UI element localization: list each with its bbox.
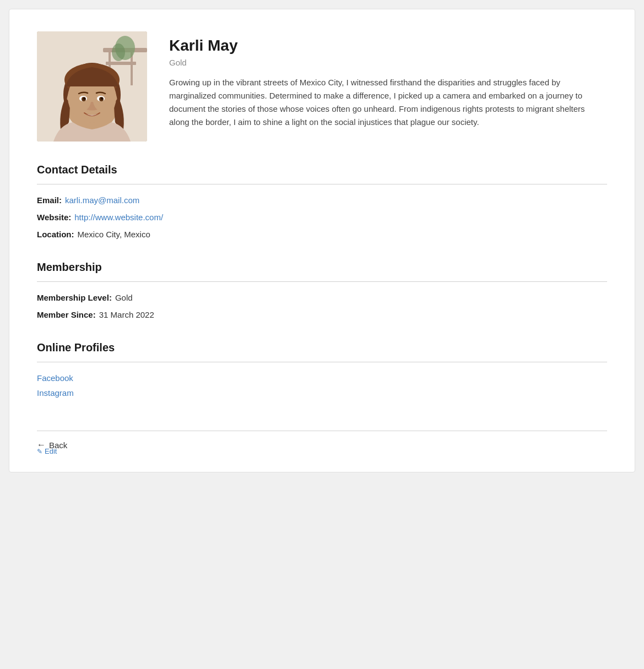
website-label: Website:	[37, 213, 71, 222]
profile-header: Karli May Gold Growing up in the vibrant…	[37, 31, 607, 142]
svg-point-20	[101, 97, 103, 100]
membership-section: Membership Membership Level: Gold Member…	[37, 261, 607, 319]
online-profiles-list: FacebookInstagram	[37, 373, 607, 398]
membership-level-label: Membership Level:	[37, 293, 112, 302]
member-since-label: Member Since:	[37, 310, 96, 319]
online-profiles-divider	[37, 362, 607, 362]
edit-label: Edit	[45, 447, 57, 455]
location-label: Location:	[37, 230, 74, 239]
contact-section: Contact Details Email: karli.may@mail.co…	[37, 164, 607, 239]
website-link[interactable]: http://www.website.com/	[74, 213, 163, 222]
profile-bio: Growing up in the vibrant streets of Mex…	[169, 76, 607, 129]
membership-divider	[37, 281, 607, 282]
email-label: Email:	[37, 195, 62, 205]
edit-link[interactable]: ✎ Edit	[37, 447, 57, 455]
online-profiles-title: Online Profiles	[37, 341, 607, 354]
website-row: Website: http://www.website.com/	[37, 213, 607, 222]
online-profile-link[interactable]: Facebook	[37, 373, 607, 383]
membership-level-value: Gold	[115, 293, 133, 302]
profile-name: Karli May	[169, 37, 607, 55]
membership-section-title: Membership	[37, 261, 607, 274]
profile-info: Karli May Gold Growing up in the vibrant…	[169, 31, 607, 129]
svg-rect-5	[106, 62, 136, 65]
membership-level-row: Membership Level: Gold	[37, 293, 607, 302]
location-value: Mexico City, Mexico	[78, 230, 150, 239]
location-row: Location: Mexico City, Mexico	[37, 230, 607, 239]
svg-point-19	[83, 97, 85, 100]
footer-nav: ← Back	[37, 440, 607, 455]
member-since-value: 31 March 2022	[99, 310, 154, 319]
profile-tier: Gold	[169, 58, 607, 67]
email-link[interactable]: karli.may@mail.com	[65, 195, 139, 205]
member-since-row: Member Since: 31 March 2022	[37, 310, 607, 319]
avatar	[37, 31, 147, 142]
online-profile-link[interactable]: Instagram	[37, 388, 607, 398]
contact-divider	[37, 184, 607, 184]
contact-section-title: Contact Details	[37, 164, 607, 176]
profile-card: Karli May Gold Growing up in the vibrant…	[9, 9, 635, 472]
page-wrapper: Karli May Gold Growing up in the vibrant…	[0, 0, 644, 669]
edit-icon: ✎	[37, 448, 42, 455]
online-profiles-section: Online Profiles FacebookInstagram	[37, 341, 607, 398]
svg-point-7	[112, 43, 125, 61]
footer-divider	[37, 431, 607, 431]
email-row: Email: karli.may@mail.com	[37, 195, 607, 205]
